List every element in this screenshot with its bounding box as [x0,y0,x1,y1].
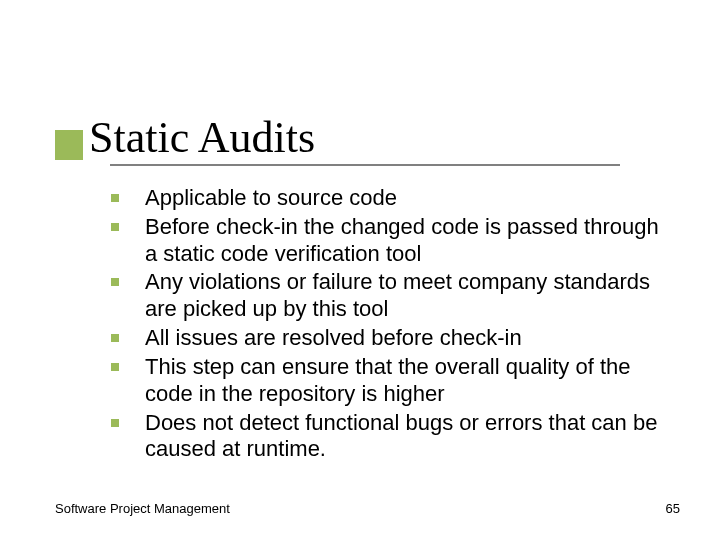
list-item: Applicable to source code [105,185,665,212]
list-item: Does not detect functional bugs or error… [105,410,665,464]
footer-text: Software Project Management [55,501,230,516]
list-item: All issues are resolved before check-in [105,325,665,352]
bullet-text: Any violations or failure to meet compan… [145,269,650,321]
list-item: Before check-in the changed code is pass… [105,214,665,268]
slide: Static Audits Applicable to source code … [0,0,720,540]
bullet-text: All issues are resolved before check-in [145,325,522,350]
list-item: Any violations or failure to meet compan… [105,269,665,323]
footer: Software Project Management 65 [55,501,680,516]
title-area: Static Audits [55,96,680,166]
list-item: This step can ensure that the overall qu… [105,354,665,408]
bullet-text: Applicable to source code [145,185,397,210]
bullet-text: Does not detect functional bugs or error… [145,410,657,462]
body-area: Applicable to source code Before check-i… [105,185,665,465]
accent-square-icon [55,130,83,160]
page-number: 65 [666,501,680,516]
bullet-text: This step can ensure that the overall qu… [145,354,631,406]
bullet-text: Before check-in the changed code is pass… [145,214,659,266]
title-underline [110,164,620,166]
bullet-list: Applicable to source code Before check-i… [105,185,665,463]
title-bar: Static Audits [55,96,680,166]
slide-title: Static Audits [89,116,315,166]
